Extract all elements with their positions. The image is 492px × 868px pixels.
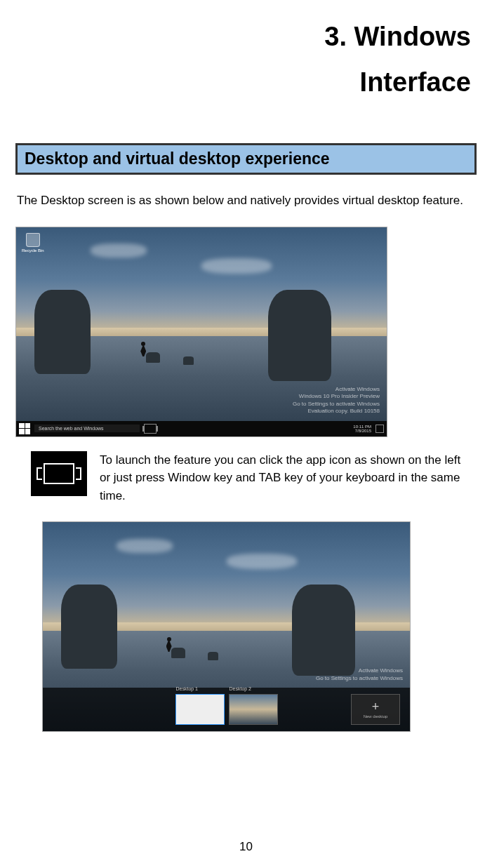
desktop-thumbnail-1[interactable]: Desktop 1 <box>175 694 225 725</box>
activate-hint: Go to Settings to activate Windows <box>316 675 403 682</box>
thumb-preview <box>230 695 277 724</box>
page-number: 10 <box>0 840 492 854</box>
activate-title: Activate Windows <box>316 667 403 674</box>
date: 7/8/2015 <box>353 429 371 433</box>
virtual-desktop-screenshot: Activate Windows Go to Settings to activ… <box>42 521 411 732</box>
chapter-title-line2: Interface <box>360 67 471 97</box>
taskbar: Search the web and Windows 10:11 PM 7/8/… <box>16 421 387 436</box>
desktop-screenshot: Recycle Bin Activate Windows Windows 10 … <box>15 227 387 437</box>
rock-decoration <box>292 585 355 676</box>
runner-decoration <box>138 342 148 359</box>
recycle-bin-icon[interactable]: Recycle Bin <box>22 233 44 253</box>
task-view-large-icon <box>31 451 87 496</box>
rock-decoration <box>268 290 331 381</box>
plus-icon: + <box>372 700 380 713</box>
activate-hint: Go to Settings to activate Windows <box>293 401 380 408</box>
activate-windows-watermark: Activate Windows Go to Settings to activ… <box>316 667 403 682</box>
clock[interactable]: 10:11 PM 7/8/2015 <box>353 425 371 433</box>
chapter-title: 3. Windows Interface <box>15 14 477 105</box>
start-button[interactable] <box>19 423 30 434</box>
runner-decoration <box>164 637 174 654</box>
activate-windows-watermark: Activate Windows Windows 10 Pro Insider … <box>293 386 380 415</box>
task-view-icon[interactable] <box>144 424 157 434</box>
rock-decoration <box>61 585 117 669</box>
thumb-preview <box>176 695 224 724</box>
search-input[interactable]: Search the web and Windows <box>34 425 140 432</box>
activate-title: Activate Windows <box>293 386 380 393</box>
activate-sub: Windows 10 Pro Insider Preview <box>293 393 380 400</box>
desktop-2-label: Desktop 2 <box>230 686 252 691</box>
rock-decoration <box>183 356 194 365</box>
bin-icon <box>26 233 40 247</box>
cloud-decoration <box>117 539 173 553</box>
desktop-1-label: Desktop 1 <box>176 686 199 691</box>
rock-decoration <box>34 290 91 374</box>
taskview-description: To launch the feature you can click the … <box>100 451 461 505</box>
eval-copy: Evaluation copy. Build 10158 <box>293 408 380 415</box>
new-desktop-button[interactable]: + New desktop <box>351 694 400 725</box>
action-center-icon[interactable] <box>375 425 384 433</box>
cloud-decoration <box>201 258 272 274</box>
rock-decoration <box>208 652 218 660</box>
intro-text: The Desktop screen is as shown below and… <box>15 187 477 213</box>
new-desktop-label: New desktop <box>364 714 388 719</box>
recycle-bin-label: Recycle Bin <box>22 248 44 253</box>
taskview-instruction-row: To launch the feature you can click the … <box>15 451 477 505</box>
virtual-desktop-bar: Desktop 1 Desktop 2 + New desktop <box>43 688 410 731</box>
task-view-glyph <box>44 463 74 484</box>
chapter-title-line1: 3. Windows <box>324 22 471 51</box>
cloud-decoration <box>227 554 297 569</box>
desktop-thumbnail-2[interactable]: Desktop 2 <box>229 694 278 725</box>
time: 10:11 PM <box>353 425 371 429</box>
section-heading: Desktop and virtual desktop experience <box>15 143 477 175</box>
cloud-decoration <box>91 243 147 258</box>
system-tray: 10:11 PM 7/8/2015 <box>353 425 384 433</box>
